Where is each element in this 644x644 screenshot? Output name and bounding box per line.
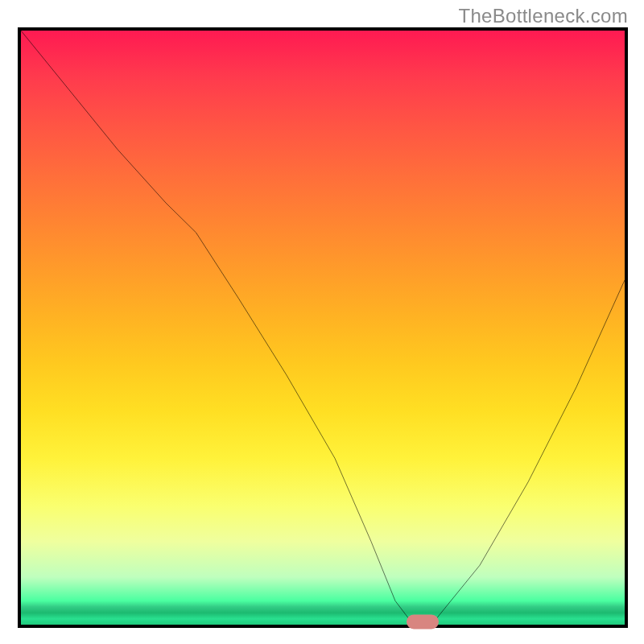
chart-canvas: TheBottleneck.com bbox=[0, 0, 644, 644]
watermark-text: TheBottleneck.com bbox=[458, 5, 628, 27]
plot-frame bbox=[18, 27, 628, 628]
optimum-marker bbox=[407, 614, 439, 629]
background-gradient bbox=[21, 31, 625, 625]
